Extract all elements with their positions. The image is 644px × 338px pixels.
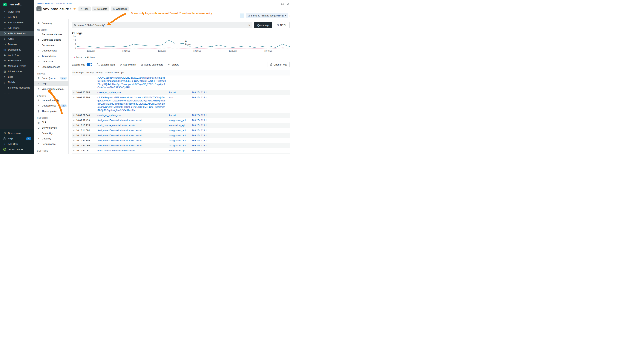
remove-column-icon[interactable]: × — [83, 71, 84, 74]
event-link[interactable]: create_or_update_user — [98, 114, 169, 117]
sidebar-item-apps[interactable]: ◈ Apps — [0, 36, 34, 42]
query-logs-button[interactable]: Query logs — [254, 22, 272, 28]
subnav-item-scalability[interactable]: △ Scalability — [34, 130, 68, 136]
event-link[interactable]: AssignmentCompletionMutation successful — [98, 119, 169, 122]
label-link[interactable]: import — [169, 91, 176, 94]
row-handle-icon[interactable] — [73, 150, 74, 151]
star-icon[interactable]: ★ — [73, 7, 76, 11]
sidebar-item-add-data[interactable]: ＋ Add Data — [0, 15, 34, 20]
label-link[interactable]: assignment_api — [169, 134, 186, 137]
column-header[interactable]: label × — [96, 71, 105, 74]
row-handle-icon[interactable] — [73, 140, 74, 141]
subnav-item-logs[interactable]: ≡ Logs — [34, 81, 68, 86]
row-handle-icon[interactable] — [73, 125, 74, 126]
row-handle-icon[interactable] — [73, 115, 74, 116]
sidebar-item-mobile[interactable]: ▯ Mobile — [0, 80, 34, 85]
open-in-logs-button[interactable]: Open in logs — [268, 62, 290, 67]
subnav-item-databases[interactable]: ⊟ Databases — [34, 59, 68, 64]
time-picker[interactable]: ◷ Since 30 minutes ago (GMT+2) ▾ — [246, 13, 288, 18]
metadata-button[interactable]: ⓘ Metadata — [92, 7, 109, 12]
sidebar-item-more[interactable]: ... ... — [0, 90, 34, 96]
remove-column-icon[interactable]: × — [101, 71, 103, 74]
add-to-dashboard-button[interactable]: ⊞ Add to dashboard — [141, 63, 164, 66]
export-button[interactable]: ↦ Export — [168, 63, 178, 66]
label-link[interactable]: sso — [169, 96, 173, 99]
subnav-item-thread-profiler[interactable]: ∥ Thread profiler — [34, 108, 68, 114]
label-link[interactable]: assignment_api — [169, 139, 186, 142]
ip-link[interactable]: 169.254.129.1 — [192, 139, 207, 142]
event-link[interactable]: mark_course_completion successful — [98, 149, 169, 152]
label-link[interactable]: assignment_api — [169, 129, 186, 132]
row-handle-icon[interactable] — [73, 97, 74, 98]
ip-link[interactable]: 169.254.129.1 — [192, 124, 207, 127]
table-row[interactable]: 10:10:49.051 mark_course_completion succ… — [72, 148, 290, 153]
subnav-item-external-services[interactable]: ↗ External services — [34, 64, 68, 70]
label-link[interactable]: completion_api — [169, 124, 185, 127]
expand-table-button[interactable]: Expand table — [97, 63, 115, 66]
permalink-icon[interactable] — [287, 3, 290, 5]
subnav-item-errors-inbox[interactable]: ⊠ Errors (errors inb... New — [34, 75, 68, 81]
row-handle-icon[interactable] — [73, 120, 74, 121]
help-icon[interactable]: ? — [281, 3, 284, 5]
remove-column-icon[interactable]: × — [92, 71, 94, 74]
subnav-section-reports[interactable]: REPORTS — [34, 116, 68, 120]
subnav-item-performance[interactable]: ◠ Performance — [34, 141, 68, 147]
sidebar-item-quick-find[interactable]: ⌕ Quick Find — [0, 9, 34, 15]
sidebar-item-apm-services[interactable]: ⬡ APM & Services — [0, 31, 34, 36]
brand-logo[interactable]: new relic. — [0, 0, 34, 9]
table-row[interactable]: 10:09:22.196 <ASGIRequest: GET '/sso/cal… — [72, 95, 290, 113]
event-link[interactable]: <ASGIRequest: GET '/sso/callback/?state=… — [98, 96, 169, 112]
ip-link[interactable]: 169.254.129.1 — [192, 129, 207, 132]
sidebar-item-dashboards[interactable]: ◫ Dashboards — [0, 47, 34, 52]
event-link[interactable]: AssignmentCompletionMutation successful — [98, 139, 169, 142]
label-link[interactable]: assignment_api — [169, 119, 186, 122]
subnav-section-events[interactable]: EVENTS — [34, 94, 68, 98]
sidebar-item-all-capabilities[interactable]: ⊞ All Capabilities — [0, 20, 34, 25]
row-handle-icon[interactable] — [73, 135, 74, 136]
label-link[interactable]: assignment_api — [169, 144, 186, 147]
breadcrumb-link-services-apm[interactable]: Services - APM — [56, 2, 72, 5]
event-link[interactable]: mark_course_completion successful — [98, 124, 169, 127]
row-handle-icon[interactable] — [73, 92, 74, 93]
event-link[interactable]: AssignmentCompletionMutation successful — [98, 134, 169, 137]
subnav-item-service-levels[interactable]: ⊡ Service levels — [34, 125, 68, 130]
ip-link[interactable]: 169.254.129.1 — [192, 96, 207, 99]
subnav-item-deployments[interactable]: ⇗ Deployments New — [34, 103, 68, 108]
tags-button[interactable]: ◇ Tags — [78, 7, 90, 12]
event-link[interactable]: create_or_update_user — [98, 91, 169, 94]
sidebar-item-add-user[interactable]: ＋ Add User — [0, 141, 34, 147]
logs-query-input[interactable]: event:* -"label":"security" × — [72, 22, 252, 28]
row-handle-icon[interactable] — [73, 130, 74, 131]
table-row[interactable]: 10:10:44.066 AssignmentCompletionMutatio… — [72, 143, 290, 148]
sidebar-item-alerts-ai[interactable]: ◉ Alerts & AI — [0, 52, 34, 58]
subnav-section-settings[interactable]: SETTINGS — [34, 149, 68, 153]
sidebar-item-discussions[interactable]: ✉ Discussions — [0, 130, 34, 136]
sidebar-item-all-entities[interactable]: ☰ All Entities — [0, 25, 34, 31]
column-header[interactable]: timestamp × — [72, 71, 86, 74]
event-link[interactable]: AssignmentCompletionMutation successful — [98, 144, 169, 147]
subnav-item-sla[interactable]: ▥ SLA — [34, 120, 68, 125]
clear-icon[interactable]: × — [248, 24, 250, 27]
subnav-item-vulnerability-management[interactable]: ⊘ Vulnerability Management — [34, 86, 68, 92]
sidebar-item-browser[interactable]: ▭ Browser — [0, 42, 34, 47]
legend-item[interactable]: All Logs — [85, 56, 94, 58]
sidebar-item-logs[interactable]: ≡ Logs — [0, 74, 34, 80]
sidebar-item-synthetic-monitoring[interactable]: ◒ Synthetic Monitoring — [0, 85, 34, 90]
sidebar-item-errors-inbox[interactable]: ⊠ Errors Inbox — [0, 58, 34, 63]
subnav-item-capacity[interactable]: ◔ Capacity — [34, 136, 68, 141]
label-link[interactable]: completion_api — [169, 149, 185, 152]
nrql-button[interactable]: ⊟ NRQL — [274, 22, 290, 28]
table-row[interactable]: 10:10:35.305 AssignmentCompletionMutatio… — [72, 138, 290, 143]
table-row[interactable]: 10:10:13.235 mark_course_completion succ… — [72, 123, 290, 128]
sidebar-item-help[interactable]: ? Help 70 — [0, 136, 34, 141]
table-row[interactable]: 10:10:14.094 AssignmentCompletionMutatio… — [72, 128, 290, 133]
ip-link[interactable]: 169.254.129.1 — [192, 134, 207, 137]
column-header[interactable]: event × — [86, 71, 96, 74]
subnav-section-monitor[interactable]: MONITOR — [34, 28, 68, 32]
breadcrumb-link-apm-services[interactable]: APM & Services — [37, 2, 54, 5]
subnav-section-triage[interactable]: TRIAGE — [34, 72, 68, 75]
legend-item[interactable]: Errors — [74, 56, 82, 58]
subnav-item-issues-activity[interactable]: ⚑ Issues & activity — [34, 98, 68, 103]
time-back-button[interactable]: ‹ — [240, 14, 244, 18]
sidebar-item-account[interactable]: Iterativ GmbH — [0, 147, 34, 152]
